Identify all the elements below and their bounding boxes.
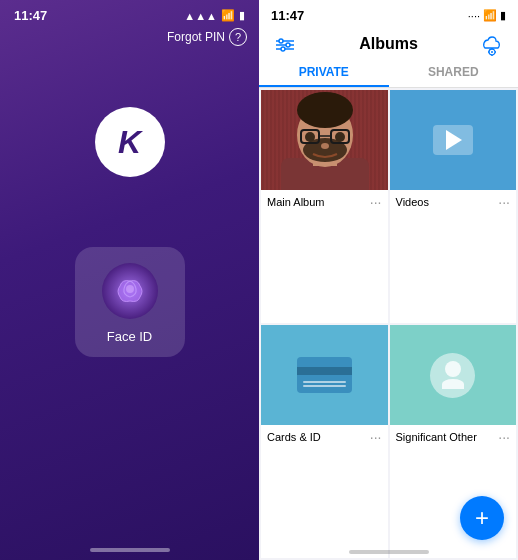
album-videos-more[interactable]: ··· <box>498 194 510 210</box>
right-panel: 11:47 ···· 📶 ▮ Albums <box>259 0 518 560</box>
filter-icon[interactable] <box>271 31 299 59</box>
svg-point-7 <box>281 47 285 51</box>
svg-point-24 <box>321 143 329 149</box>
album-cards-thumb <box>261 325 388 425</box>
person-silhouette-icon <box>430 353 475 398</box>
albums-grid: Main Album ··· Videos ··· <box>259 88 518 560</box>
left-panel: 11:47 ▲▲▲ 📶 ▮ Forgot PIN ? K <box>0 0 259 560</box>
battery-icon: ▮ <box>500 9 506 22</box>
album-videos-thumb <box>390 90 517 190</box>
album-main-info: Main Album ··· <box>261 190 388 216</box>
wifi-icon: 📶 <box>483 9 497 22</box>
left-home-indicator <box>90 548 170 552</box>
right-status-icons: ···· 📶 ▮ <box>468 9 506 22</box>
person-body <box>442 379 464 389</box>
face-id-icon <box>100 261 160 321</box>
album-cards-info: Cards & ID ··· <box>261 425 388 451</box>
album-significant-thumb <box>390 325 517 425</box>
forgot-pin-label: Forgot PIN <box>167 30 225 44</box>
card-lines <box>303 381 346 387</box>
album-videos-info: Videos ··· <box>390 190 517 216</box>
left-status-icons: ▲▲▲ 📶 ▮ <box>184 9 245 22</box>
card-id-icon <box>297 357 352 393</box>
question-mark: ? <box>235 31 241 43</box>
album-videos[interactable]: Videos ··· <box>390 90 517 323</box>
album-videos-name: Videos <box>396 196 429 208</box>
person-head <box>445 361 461 377</box>
left-time: 11:47 <box>14 8 47 23</box>
face-id-label: Face ID <box>107 329 153 344</box>
svg-point-5 <box>279 39 283 43</box>
album-main[interactable]: Main Album ··· <box>261 90 388 323</box>
wifi-icon: 📶 <box>221 9 235 22</box>
play-triangle <box>446 130 462 150</box>
album-main-more[interactable]: ··· <box>370 194 382 210</box>
album-significant-more[interactable]: ··· <box>498 429 510 445</box>
tabs-bar: PRIVATE SHARED <box>259 59 518 88</box>
app-logo: K <box>95 107 165 177</box>
album-cards[interactable]: Cards & ID ··· <box>261 325 388 558</box>
svg-point-1 <box>126 285 134 293</box>
face-id-button[interactable]: Face ID <box>75 247 185 357</box>
sliders-icon <box>276 38 294 52</box>
face-photo-svg <box>261 90 388 190</box>
card-stripe <box>297 367 352 375</box>
album-main-name: Main Album <box>267 196 324 208</box>
tab-private[interactable]: PRIVATE <box>259 59 389 87</box>
signal-icon: ▲▲▲ <box>184 10 217 22</box>
svg-point-9 <box>491 51 493 53</box>
svg-point-17 <box>297 92 353 128</box>
add-album-button[interactable]: + <box>460 496 504 540</box>
albums-header: Albums <box>259 27 518 59</box>
right-status-bar: 11:47 ···· 📶 ▮ <box>259 0 518 27</box>
help-icon[interactable]: ? <box>229 28 247 46</box>
album-main-thumb <box>261 90 388 190</box>
battery-icon: ▮ <box>239 9 245 22</box>
svg-point-6 <box>286 43 290 47</box>
forgot-pin-container[interactable]: Forgot PIN ? <box>167 28 247 46</box>
cloud-settings-icon <box>481 34 503 56</box>
settings-icon[interactable] <box>478 31 506 59</box>
card-line-2 <box>303 385 346 387</box>
svg-point-22 <box>305 132 315 142</box>
album-significant-name: Significant Other <box>396 431 477 443</box>
right-home-indicator <box>349 550 429 554</box>
video-play-icon <box>433 125 473 155</box>
page-title: Albums <box>299 31 478 59</box>
album-cards-name: Cards & ID <box>267 431 321 443</box>
left-status-bar: 11:47 ▲▲▲ 📶 ▮ <box>0 0 259 27</box>
tab-shared[interactable]: SHARED <box>389 59 519 87</box>
svg-point-23 <box>335 132 345 142</box>
card-line-1 <box>303 381 346 383</box>
logo-letter: K <box>118 124 141 161</box>
right-time: 11:47 <box>271 8 304 23</box>
album-cards-more[interactable]: ··· <box>370 429 382 445</box>
dots-icon: ···· <box>468 10 480 22</box>
album-significant-info: Significant Other ··· <box>390 425 517 451</box>
